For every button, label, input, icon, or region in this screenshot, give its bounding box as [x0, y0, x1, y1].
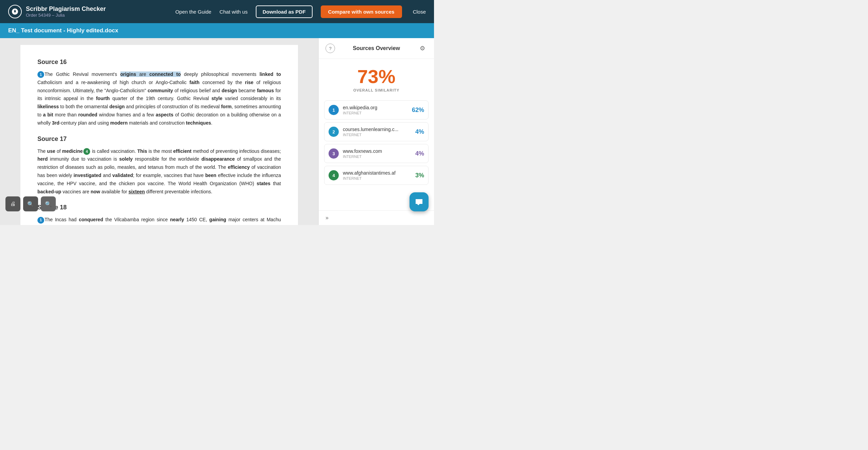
main-content: Source 16 1The Gothic Revival movement's…: [0, 38, 434, 225]
source-info: en.wikipedia.org INTERNET: [343, 105, 412, 115]
highlight-origins: origins are connected to: [120, 71, 181, 77]
logo-area: Scribbr Plagiarism Checker Order 54349 –…: [8, 5, 170, 18]
source-domain: en.wikipedia.org: [343, 105, 412, 110]
settings-icon[interactable]: ⚙: [418, 44, 427, 53]
logo-text: Scribbr Plagiarism Checker Order 54349 –…: [26, 5, 106, 18]
source-type: INTERNET: [343, 133, 415, 137]
similarity-label: OVERALL SIMILARITY: [326, 88, 427, 92]
panel-bottom-nav: »: [319, 210, 434, 225]
header-nav: Open the Guide Chat with us Download as …: [175, 5, 426, 18]
chat-fab-button[interactable]: [410, 192, 429, 211]
source-17-heading: Source 17: [37, 135, 281, 143]
bottom-tools: 🖨 🔍 🔍: [5, 196, 56, 211]
panel-title: Sources Overview: [353, 45, 400, 51]
compare-sources-button[interactable]: Compare with own sources: [321, 5, 402, 18]
source-18-heading: Source 18: [37, 204, 281, 211]
source-type: INTERNET: [343, 155, 415, 159]
badge-1-s16: 1: [37, 71, 44, 78]
badge-4-s17: 4: [83, 148, 90, 155]
source-item-3[interactable]: 3 www.foxnews.com INTERNET 4%: [324, 144, 429, 163]
document-page: Source 16 1The Gothic Revival movement's…: [20, 45, 298, 225]
source-info: www.afghanistantimes.af INTERNET: [343, 170, 415, 180]
source-percent: 62%: [412, 107, 424, 114]
panel-icons: ⚙: [418, 44, 427, 53]
source-num-badge: 4: [329, 170, 339, 180]
source-type: INTERNET: [343, 176, 415, 180]
zoom-out-button[interactable]: 🔍: [23, 196, 38, 211]
file-bar: EN_ Test document - Highly edited.docx: [0, 23, 434, 38]
source-item-1[interactable]: 1 en.wikipedia.org INTERNET 62%: [324, 100, 429, 119]
source-num-badge: 1: [329, 105, 339, 115]
source-percent: 3%: [415, 172, 424, 179]
source-percent: 4%: [415, 150, 424, 157]
source-16-para: 1The Gothic Revival movement's origins a…: [37, 70, 281, 127]
badge-1-s18: 1: [37, 217, 44, 224]
chat-with-us-link[interactable]: Chat with us: [219, 9, 248, 15]
source-domain: www.foxnews.com: [343, 148, 415, 154]
source-17-para: The use of medicine4 is called vaccinati…: [37, 147, 281, 196]
order-subtitle: Order 54349 – Julia: [26, 13, 106, 18]
source-num-badge: 3: [329, 148, 339, 159]
source-18-para: 1The Incas had conquered the Vilcabamba …: [37, 216, 281, 225]
similarity-area: 73% OVERALL SIMILARITY: [319, 59, 434, 98]
filename: EN_ Test document - Highly edited.docx: [8, 27, 118, 34]
app-title: Scribbr Plagiarism Checker: [26, 5, 106, 13]
download-pdf-button[interactable]: Download as PDF: [256, 5, 313, 18]
nav-arrow[interactable]: »: [326, 215, 329, 221]
source-info: courses.lumenlearning.c... INTERNET: [343, 127, 415, 137]
logo-icon: [8, 5, 22, 18]
source-type: INTERNET: [343, 111, 412, 115]
source-num-badge: 2: [329, 127, 339, 137]
source-domain: www.afghanistantimes.af: [343, 170, 415, 176]
help-icon-button[interactable]: ?: [326, 44, 335, 53]
app-header: Scribbr Plagiarism Checker Order 54349 –…: [0, 0, 434, 23]
source-percent: 4%: [415, 128, 424, 135]
open-guide-link[interactable]: Open the Guide: [175, 9, 211, 15]
zoom-in-button[interactable]: 🔍: [41, 196, 56, 211]
source-16-heading: Source 16: [37, 59, 281, 66]
print-button[interactable]: 🖨: [5, 196, 20, 211]
panel-header: ? Sources Overview ⚙: [319, 38, 434, 59]
source-domain: courses.lumenlearning.c...: [343, 127, 415, 132]
source-info: www.foxnews.com INTERNET: [343, 148, 415, 159]
close-button[interactable]: Close: [413, 9, 426, 15]
source-item-2[interactable]: 2 courses.lumenlearning.c... INTERNET 4%: [324, 122, 429, 141]
similarity-percent: 73%: [326, 67, 427, 86]
source-item-4[interactable]: 4 www.afghanistantimes.af INTERNET 3%: [324, 166, 429, 185]
